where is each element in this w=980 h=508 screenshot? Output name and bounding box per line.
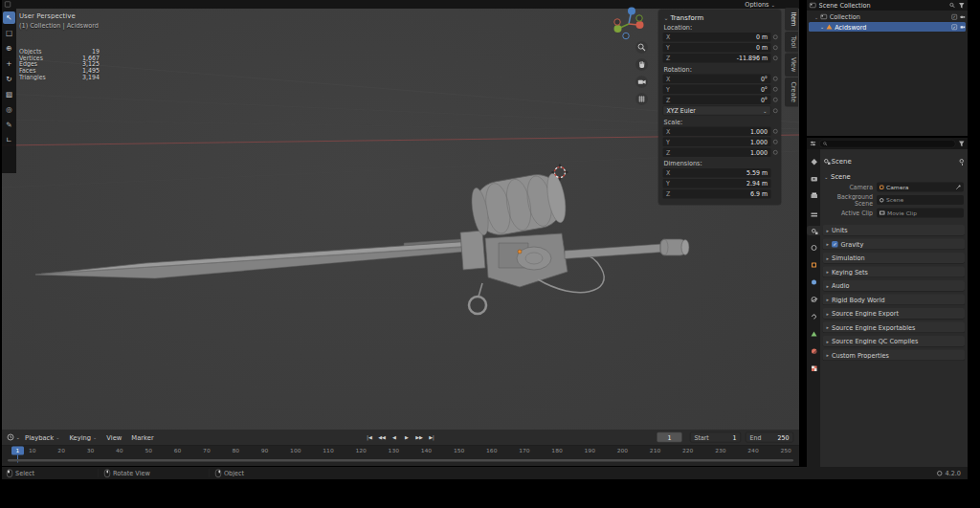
section-audio[interactable]: Audio (823, 280, 966, 291)
expand-icon[interactable]: ⌄ (814, 14, 818, 20)
rotation-x-field[interactable]: X0° (663, 75, 771, 84)
search-icon[interactable] (949, 2, 956, 9)
animate-decorator-icon[interactable] (773, 108, 778, 113)
tab-tool[interactable] (808, 157, 820, 166)
animate-decorator-icon[interactable] (773, 56, 778, 61)
annotate-tool[interactable] (3, 119, 15, 131)
dimensions-y-field[interactable]: Y2.94 m (663, 179, 771, 188)
properties-editor[interactable]: Scene Scene Camera Camera Background Sce… (807, 138, 968, 467)
tweak-select-tool[interactable] (3, 11, 15, 24)
sidebar-tab-create[interactable]: Create (785, 77, 798, 107)
section-simulation[interactable]: Simulation (823, 253, 966, 263)
scale-y-field[interactable]: Y1.000 (663, 138, 771, 147)
scale-z-field[interactable]: Z1.000 (663, 148, 771, 158)
options-button[interactable]: Options (742, 0, 778, 9)
filter-icon[interactable] (959, 2, 966, 9)
animate-decorator-icon[interactable] (773, 87, 778, 92)
camera-view-button[interactable] (635, 76, 648, 88)
exclude-checkbox-icon[interactable] (952, 14, 958, 20)
tab-object[interactable] (808, 260, 820, 270)
animate-decorator-icon[interactable] (773, 35, 778, 40)
tab-material[interactable] (808, 346, 820, 356)
prev-keyframe-button[interactable]: ◀◀ (376, 431, 388, 443)
outliner-editor[interactable]: Scene Collection ⌄ Collection ⌄ Acidswor… (807, 0, 968, 136)
eyedropper-icon[interactable] (956, 185, 962, 190)
animate-decorator-icon[interactable] (773, 46, 778, 51)
timeline-editor-type-button[interactable] (7, 433, 20, 441)
sidebar-tab-item[interactable]: Item (785, 8, 798, 31)
scene-section-header[interactable]: Scene (820, 171, 968, 182)
zoom-button[interactable] (635, 41, 648, 54)
tab-output[interactable] (808, 191, 820, 201)
next-keyframe-button[interactable]: ▶▶ (413, 431, 425, 443)
background-scene-field[interactable]: Scene (877, 195, 964, 205)
rotate-tool[interactable] (3, 73, 15, 85)
rotation-z-field[interactable]: Z0° (663, 96, 771, 105)
cursor-tool[interactable] (3, 42, 15, 55)
select-box-tool[interactable] (3, 27, 15, 39)
animate-decorator-icon[interactable] (773, 129, 778, 134)
outliner-row-collection[interactable]: ⌄ Collection (809, 12, 966, 22)
properties-search-input[interactable] (819, 140, 956, 148)
animate-decorator-icon[interactable] (773, 150, 778, 155)
render-visibility-camera-icon[interactable] (960, 24, 967, 31)
section-rigid-body-world[interactable]: Rigid Body World (823, 295, 966, 305)
location-z-field[interactable]: Z-11.896 m (663, 54, 771, 63)
section-source-engine-qc-compiles[interactable]: Source Engine QC Compiles (823, 336, 966, 346)
3d-viewport[interactable]: Options User Perspective (1) Collection … (2, 0, 799, 430)
tab-physics[interactable] (808, 295, 820, 304)
section-keying-sets[interactable]: Keying Sets (823, 267, 966, 277)
marker-menu[interactable]: Marker (126, 433, 158, 441)
active-clip-field[interactable]: Movie Clip (877, 209, 964, 218)
section-gravity[interactable]: Gravity (823, 239, 966, 250)
measure-tool[interactable] (3, 134, 15, 146)
scale-tool[interactable] (3, 88, 15, 100)
gravity-checkbox[interactable] (832, 241, 838, 248)
tab-object-data[interactable] (808, 329, 820, 339)
properties-editor-icon[interactable] (810, 141, 816, 147)
animate-decorator-icon[interactable] (773, 98, 778, 102)
tab-constraints[interactable] (808, 312, 820, 321)
render-visibility-camera-icon[interactable] (960, 13, 967, 20)
tab-scene[interactable] (807, 226, 820, 235)
move-tool[interactable] (3, 57, 15, 70)
outliner-row-acidsword[interactable]: ⌄ Acidsword (809, 22, 966, 32)
selectability-checkbox-icon[interactable] (952, 24, 958, 30)
frame-end-field[interactable]: End250 (746, 432, 793, 443)
pin-icon[interactable] (960, 159, 965, 164)
frame-start-field[interactable]: Start1 (690, 432, 741, 443)
sidebar-tab-view[interactable]: View (785, 53, 798, 76)
dimensions-x-field[interactable]: X5.59 m (663, 168, 771, 178)
section-units[interactable]: Units (823, 225, 966, 235)
editor-type-icon[interactable] (5, 2, 11, 8)
animate-decorator-icon[interactable] (773, 140, 778, 144)
timeline-scrollbar[interactable] (8, 459, 793, 462)
view-menu[interactable]: View (101, 433, 126, 441)
sidebar-tab-tool[interactable]: Tool (785, 32, 798, 53)
timeline-ruler[interactable]: 1020304050607080901001101201301401501601… (2, 445, 799, 463)
scale-x-field[interactable]: X1.000 (663, 127, 771, 137)
transform-tool[interactable] (3, 103, 15, 116)
rotation-y-field[interactable]: Y0° (663, 85, 771, 95)
scene-collection-row[interactable]: Scene Collection (819, 2, 947, 10)
tab-texture[interactable] (808, 364, 820, 373)
current-frame-field[interactable]: 1 (657, 432, 682, 443)
transform-panel-header[interactable]: Transform (664, 13, 778, 21)
animate-decorator-icon[interactable] (773, 77, 778, 81)
tab-world[interactable] (808, 243, 820, 253)
play-reverse-button[interactable]: ◀ (389, 431, 400, 443)
section-custom-properties[interactable]: Custom Properties (823, 350, 966, 361)
navigation-gizmo[interactable] (611, 5, 647, 41)
section-source-engine-export[interactable]: Source Engine Export (823, 308, 966, 319)
dimensions-z-field[interactable]: Z6.9 m (663, 189, 771, 199)
play-button[interactable]: ▶ (401, 431, 412, 443)
camera-field[interactable]: Camera (877, 183, 964, 192)
jump-to-end-button[interactable]: ▶| (426, 431, 437, 443)
rotation-mode-dropdown[interactable]: XYZ Euler (663, 106, 771, 116)
tab-modifiers[interactable] (808, 277, 820, 287)
timeline-editor[interactable]: Playback Keying View Marker |◀ ◀◀ ◀ ▶ ▶▶… (2, 430, 799, 466)
current-frame-marker[interactable]: 1 (11, 447, 24, 455)
tab-view-layer[interactable] (808, 209, 820, 218)
pan-button[interactable] (635, 58, 648, 71)
tab-render[interactable] (808, 174, 820, 184)
